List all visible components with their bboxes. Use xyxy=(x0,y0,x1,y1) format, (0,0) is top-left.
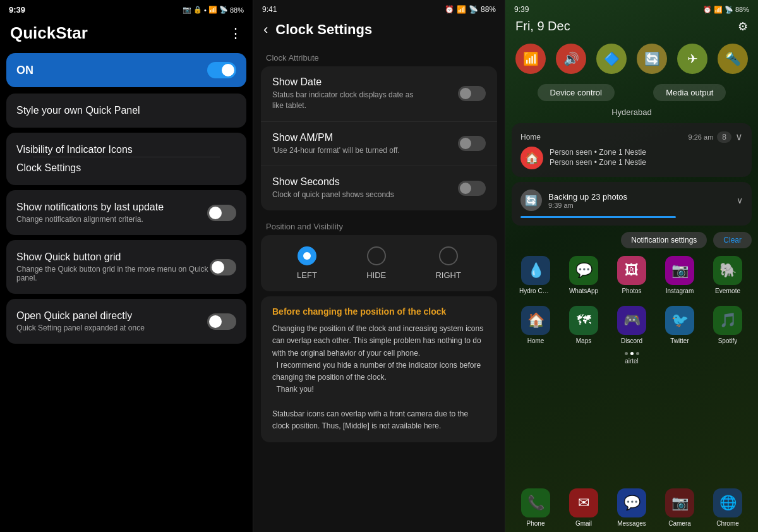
app-spotify[interactable]: 🎵 Spotify xyxy=(706,306,749,344)
menu-button[interactable]: ⋮ xyxy=(229,25,243,42)
dock-camera[interactable]: 📷 Camera xyxy=(658,488,701,527)
time-2: 9:41 xyxy=(262,5,277,14)
expand-icon[interactable]: ∨ xyxy=(735,131,743,143)
on-toggle-row[interactable]: ON xyxy=(6,53,246,87)
bluetooth-tile[interactable]: 🔷 xyxy=(596,44,627,74)
app-twitter[interactable]: 🐦 Twitter xyxy=(658,306,701,344)
position-left[interactable]: LEFT xyxy=(297,246,317,280)
discord-icon: 🎮 xyxy=(617,306,646,335)
position-right-label: RIGHT xyxy=(435,270,460,280)
show-quick-button-item[interactable]: Show Quick button grid Change the Quick … xyxy=(6,240,246,294)
spotify-icon: 🎵 xyxy=(713,306,742,335)
dock-chrome[interactable]: 🌐 Chrome xyxy=(706,488,749,527)
spotify-label: Spotify xyxy=(718,337,738,344)
app-instagram[interactable]: 📷 Instagram xyxy=(658,256,701,294)
carrier-label: airtel xyxy=(505,356,758,367)
position-hide[interactable]: HIDE xyxy=(366,246,386,280)
toggle-knob-4 xyxy=(209,315,222,328)
open-quick-panel-sub: Quick Setting panel expanded at once xyxy=(16,323,145,332)
back-button[interactable]: ‹ xyxy=(263,21,268,38)
status-bar-1: 9:39 📷 🔒 • 📶 📡 88% xyxy=(0,0,253,17)
torch-tile[interactable]: 🔦 xyxy=(718,44,748,74)
device-control-btn[interactable]: Device control xyxy=(538,84,615,101)
home-label: Home xyxy=(527,337,544,344)
show-ampm-toggle[interactable] xyxy=(458,136,486,151)
battery-2: 88% xyxy=(481,5,496,14)
page-dots xyxy=(505,349,758,356)
airplane-tile[interactable]: ✈ xyxy=(677,44,707,74)
main-toggle[interactable] xyxy=(207,62,236,78)
toggle-label: ON xyxy=(16,64,33,77)
show-notifications-item[interactable]: Show notifications by last update Change… xyxy=(6,190,246,235)
app-title: QuickStar xyxy=(10,23,88,43)
position-left-label: LEFT xyxy=(297,270,317,280)
show-date-desc: Status bar indicator clock displays date… xyxy=(272,90,418,111)
dot-1 xyxy=(625,352,628,355)
show-seconds-toggle[interactable] xyxy=(458,181,486,196)
clear-btn[interactable]: Clear xyxy=(713,232,752,248)
sync-tile[interactable]: 🔄 xyxy=(637,44,667,74)
dot-2 xyxy=(630,352,634,355)
instagram-icon: 📷 xyxy=(665,256,694,285)
position-left-circle[interactable] xyxy=(298,246,316,265)
clock-attribute-card: Show Date Status bar indicator clock dis… xyxy=(261,66,497,210)
p2-header: ‹ Clock Settings xyxy=(253,16,505,47)
quick-button-toggle[interactable] xyxy=(210,259,236,275)
sound-tile[interactable]: 🔊 xyxy=(556,44,586,74)
chrome-label: Chrome xyxy=(716,520,739,527)
twitter-icon: 🐦 xyxy=(665,306,694,335)
camera-icon: 📷 xyxy=(665,488,694,517)
app-maps[interactable]: 🗺 Maps xyxy=(562,306,605,344)
open-quick-panel-item[interactable]: Open Quick panel directly Quick Setting … xyxy=(6,299,246,344)
maps-icon: 🗺 xyxy=(569,306,598,335)
evernote-label: Evernote xyxy=(715,287,740,294)
app-discord[interactable]: 🎮 Discord xyxy=(610,306,653,344)
status-icons-2: ⏰ 📶 📡 88% xyxy=(445,5,496,14)
app-home[interactable]: 🏠 Home xyxy=(514,306,557,344)
position-card: LEFT HIDE RIGHT xyxy=(261,235,497,291)
visibility-indicator-label: Visibility of Indicator Icons xyxy=(16,144,133,155)
visibility-indicator-item[interactable]: Visibility of Indicator Icons Clock Sett… xyxy=(6,133,246,185)
notifications-toggle[interactable] xyxy=(207,205,236,221)
chrome-icon: 🌐 xyxy=(713,488,742,517)
position-right-circle[interactable] xyxy=(439,246,458,265)
device-media-row: Device control Media output xyxy=(505,80,758,106)
show-date-row[interactable]: Show Date Status bar indicator clock dis… xyxy=(261,66,497,122)
quick-tiles: 📶 🔊 🔷 🔄 ✈ 🔦 xyxy=(505,39,758,80)
notif-count: 8 xyxy=(717,131,731,143)
notif-line2: Person seen • Zone 1 Nestie xyxy=(550,158,743,167)
messages-icon: 💬 xyxy=(617,488,646,517)
phone-label: Phone xyxy=(527,520,545,527)
notification-settings-btn[interactable]: Notification settings xyxy=(621,232,707,248)
app-hydro-coach[interactable]: 💧 Hydro Coach xyxy=(514,256,557,294)
messages-label: Messages xyxy=(617,520,646,527)
position-right[interactable]: RIGHT xyxy=(435,246,460,280)
photos-label: Photos xyxy=(622,287,641,294)
dock-gmail[interactable]: ✉ Gmail xyxy=(562,488,605,527)
gear-icon[interactable]: ⚙ xyxy=(738,20,748,33)
status-icons-1: 📷 🔒 • 📶 📡 88% xyxy=(183,6,244,14)
open-panel-toggle[interactable] xyxy=(207,313,236,330)
backup-expand[interactable]: ∨ xyxy=(737,195,743,205)
app-evernote[interactable]: 🐘 Evernote xyxy=(706,256,749,294)
style-quick-panel-item[interactable]: Style your own Quick Panel xyxy=(6,94,246,128)
app-photos[interactable]: 🖼 Photos xyxy=(610,256,653,294)
position-hide-circle[interactable] xyxy=(367,246,386,265)
phone-icon: 📞 xyxy=(521,488,550,517)
dock-phone[interactable]: 📞 Phone xyxy=(514,488,557,527)
dock-messages[interactable]: 💬 Messages xyxy=(610,488,653,527)
maps-label: Maps xyxy=(576,337,591,344)
show-seconds-row[interactable]: Show Seconds Clock of quick panel shows … xyxy=(261,166,497,210)
show-seconds-desc: Clock of quick panel shows seconds xyxy=(272,190,394,200)
show-date-toggle[interactable] xyxy=(458,86,486,101)
app-whatsapp[interactable]: 💬 WhatsApp xyxy=(562,256,605,294)
backup-time: 9:39 am xyxy=(548,202,730,209)
show-ampm-row[interactable]: Show AM/PM 'Use 24-hour format' will be … xyxy=(261,122,497,167)
style-quick-panel-label: Style your own Quick Panel xyxy=(16,105,140,116)
signal-icon: 📡 xyxy=(219,6,228,14)
wifi-tile[interactable]: 📶 xyxy=(515,44,546,74)
photos-icon: 🖼 xyxy=(617,256,646,285)
show-seconds-title: Show Seconds xyxy=(272,176,394,188)
warning-title: Before changing the position of the cloc… xyxy=(272,306,486,317)
media-output-btn[interactable]: Media output xyxy=(653,84,726,101)
